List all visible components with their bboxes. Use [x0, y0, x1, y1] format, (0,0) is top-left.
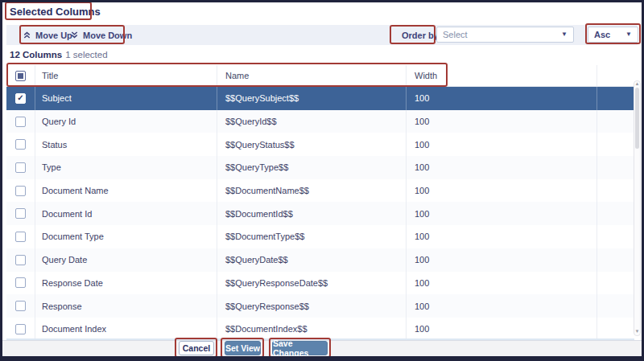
row-width: 100 — [407, 294, 597, 318]
row-width: 100 — [407, 156, 597, 179]
row-name: $$DocumentIndex$$ — [217, 318, 407, 341]
scroll-up-arrow-icon[interactable]: ▲ — [635, 81, 640, 87]
row-checkbox-cell — [6, 248, 35, 272]
row-checkbox-cell — [6, 272, 35, 295]
select-all-checkbox[interactable] — [15, 71, 26, 81]
selected-columns-dialog: Selected Columns Move Up Move Down Order… — [0, 0, 644, 361]
row-name: $$DocumentId$$ — [217, 202, 407, 225]
row-title: Document Id — [35, 202, 217, 225]
row-spacer — [597, 294, 634, 318]
row-title: Query Date — [35, 248, 217, 272]
page-title: Selected Columns — [10, 6, 101, 18]
header-checkbox-cell — [6, 65, 35, 86]
row-spacer — [597, 87, 634, 110]
row-checkbox[interactable] — [15, 208, 26, 219]
row-title: Response Date — [35, 272, 217, 295]
indeterminate-mark-icon — [18, 73, 23, 79]
row-spacer — [597, 202, 634, 225]
row-checkbox-cell — [6, 318, 35, 341]
row-title: Document Name — [35, 179, 217, 203]
row-width: 100 — [407, 110, 597, 133]
sort-direction-value: Asc — [594, 30, 610, 39]
row-name: $$QueryDate$$ — [217, 248, 407, 272]
sort-direction-dropdown[interactable]: Asc ▼ — [588, 27, 638, 43]
cancel-button[interactable]: Cancel — [179, 341, 214, 355]
row-width: 100 — [407, 225, 597, 248]
row-spacer — [597, 133, 634, 156]
row-checkbox-cell — [6, 110, 35, 133]
column-count-summary: 12 Columns1 selected — [10, 50, 108, 59]
scrollbar-thumb[interactable] — [635, 88, 639, 149]
table-row[interactable]: Document Type$$DocumentType$$100 — [6, 225, 634, 248]
row-title: Document Type — [35, 225, 217, 248]
move-down-button[interactable]: Move Down — [70, 25, 132, 45]
row-width: 100 — [407, 87, 597, 110]
row-checkbox[interactable] — [15, 255, 26, 265]
row-spacer — [597, 225, 634, 248]
table-row[interactable]: ✓Subject$$QuerySubject$$100 — [6, 87, 634, 110]
row-width: 100 — [407, 179, 597, 203]
row-width: 100 — [407, 133, 597, 156]
columns-table: Title Name Width ✓Subject$$QuerySubject$… — [6, 65, 634, 341]
row-spacer — [597, 110, 634, 133]
table-row[interactable]: Document Index$$DocumentIndex$$100 — [6, 318, 634, 341]
row-title: Type — [35, 156, 217, 179]
table-row[interactable]: Response$$QueryResponse$$100 — [6, 294, 634, 318]
table-row[interactable]: Type$$QueryType$$100 — [6, 156, 634, 179]
row-checkbox[interactable] — [15, 139, 26, 150]
column-count: 12 Columns — [10, 50, 62, 59]
row-checkbox[interactable] — [15, 232, 26, 242]
caret-down-icon: ▼ — [561, 31, 568, 38]
vertical-scrollbar[interactable]: ▲ ▼ — [634, 80, 641, 336]
scroll-down-arrow-icon[interactable]: ▼ — [635, 329, 640, 334]
row-checkbox[interactable] — [15, 162, 26, 173]
row-checkbox[interactable] — [15, 324, 26, 334]
table-body: ✓Subject$$QuerySubject$$100Query Id$$Que… — [6, 87, 634, 341]
table-row[interactable]: Query Id$$QueryId$$100 — [6, 110, 634, 133]
row-checkbox[interactable]: ✓ — [15, 93, 26, 104]
caret-down-icon: ▼ — [625, 31, 632, 38]
table-header-row: Title Name Width — [6, 65, 634, 87]
row-spacer — [597, 272, 634, 295]
row-title: Document Index — [35, 318, 217, 341]
table-row[interactable]: Document Name$$DocumentName$$100 — [6, 179, 634, 203]
move-down-label: Move Down — [83, 31, 132, 40]
row-name: $$QueryId$$ — [217, 110, 407, 133]
row-name: $$DocumentType$$ — [217, 225, 407, 248]
row-checkbox[interactable] — [15, 277, 26, 288]
table-row[interactable]: Response Date$$QueryResponseDate$$100 — [6, 272, 634, 295]
row-spacer — [597, 318, 634, 341]
row-checkbox[interactable] — [15, 117, 26, 127]
move-up-button[interactable]: Move Up — [23, 25, 72, 45]
order-by-dropdown[interactable]: Select ▼ — [436, 27, 574, 43]
row-name: $$QueryStatus$$ — [217, 133, 407, 156]
table-row[interactable]: Query Date$$QueryDate$$100 — [6, 248, 634, 272]
row-checkbox-cell — [6, 156, 35, 179]
row-name: $$QuerySubject$$ — [217, 87, 407, 110]
table-row[interactable]: Status$$QueryStatus$$100 — [6, 133, 634, 156]
order-by-label: Order by — [402, 25, 439, 45]
row-spacer — [597, 156, 634, 179]
toolbar: Move Up Move Down Order by Select ▼ Asc … — [6, 25, 638, 45]
column-header-width: Width — [407, 65, 597, 86]
row-checkbox-cell — [6, 179, 35, 203]
column-header-name: Name — [217, 65, 407, 86]
row-checkbox-cell — [6, 202, 35, 225]
row-width: 100 — [407, 272, 597, 295]
order-by-dropdown-value: Select — [443, 30, 468, 39]
table-row[interactable]: Document Id$$DocumentId$$100 — [6, 202, 634, 225]
set-view-button[interactable]: Set View — [225, 341, 261, 355]
move-up-label: Move Up — [35, 31, 72, 40]
row-width: 100 — [407, 248, 597, 272]
double-chevron-down-icon — [70, 31, 79, 39]
save-changes-button[interactable]: Save Changes — [272, 341, 328, 355]
row-title: Query Id — [35, 110, 217, 133]
row-title: Response — [35, 294, 217, 318]
row-checkbox[interactable] — [15, 186, 26, 196]
row-checkbox-cell — [6, 225, 35, 248]
row-width: 100 — [407, 318, 597, 341]
row-checkbox-cell — [6, 294, 35, 318]
column-header-spacer — [597, 65, 634, 86]
selected-count: 1 selected — [65, 50, 107, 59]
row-checkbox[interactable] — [15, 301, 26, 311]
